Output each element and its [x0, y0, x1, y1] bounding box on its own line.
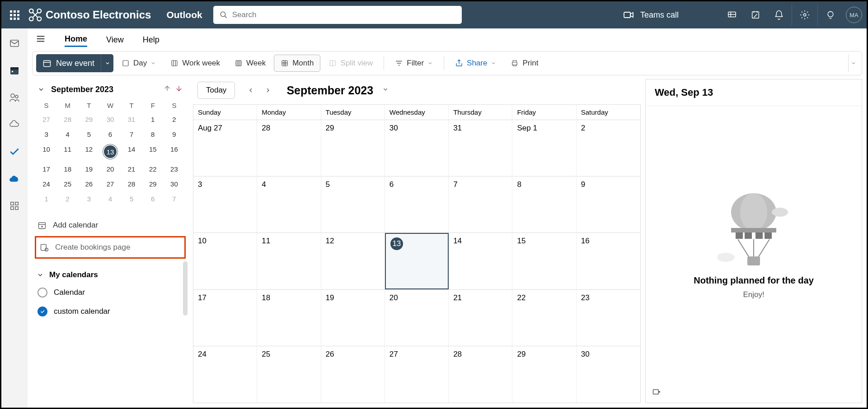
- settings-icon[interactable]: [794, 4, 816, 26]
- calendar-cell[interactable]: 24: [193, 346, 257, 403]
- mini-day-cell[interactable]: 5: [121, 191, 142, 206]
- view-work-week[interactable]: Work week: [164, 55, 226, 72]
- calendar-cell[interactable]: 20: [385, 290, 449, 346]
- mini-day-cell[interactable]: 29: [142, 177, 164, 191]
- mini-day-cell[interactable]: 18: [57, 162, 78, 177]
- avatar[interactable]: MA: [846, 7, 862, 23]
- view-week[interactable]: Week: [228, 55, 272, 72]
- split-view[interactable]: Split view: [322, 55, 379, 72]
- app-name[interactable]: Outlook: [166, 9, 202, 20]
- calendar-cell[interactable]: 28: [449, 346, 512, 403]
- mini-day-cell[interactable]: 4: [99, 191, 121, 206]
- mini-day-cell[interactable]: 27: [36, 112, 57, 127]
- today-button[interactable]: Today: [197, 82, 235, 99]
- calendar-cell[interactable]: 22: [512, 290, 576, 346]
- mini-day-cell[interactable]: 24: [36, 177, 57, 191]
- bell-icon[interactable]: [768, 4, 790, 26]
- notes-icon[interactable]: [745, 4, 766, 26]
- calendar-item[interactable]: Calendar: [35, 283, 186, 302]
- mini-day-cell[interactable]: 27: [99, 177, 121, 191]
- teams-chat-icon[interactable]: [721, 4, 743, 26]
- calendar-cell[interactable]: 30: [577, 346, 640, 403]
- teams-call-label[interactable]: Teams call: [640, 10, 679, 20]
- mini-day-cell[interactable]: 1: [142, 112, 164, 127]
- mini-day-cell[interactable]: 28: [57, 112, 78, 127]
- calendar-cell[interactable]: Sep 1: [512, 120, 576, 176]
- calendar-item[interactable]: custom calendar: [35, 302, 186, 321]
- add-calendar-link[interactable]: Add calendar: [35, 217, 186, 233]
- mini-day-cell[interactable]: 2: [57, 191, 78, 206]
- mini-day-cell[interactable]: 12: [78, 142, 99, 162]
- calendar-cell[interactable]: 19: [321, 290, 385, 346]
- files-module[interactable]: [9, 119, 20, 130]
- mini-cal-collapse[interactable]: [38, 86, 45, 93]
- mini-day-cell[interactable]: 26: [78, 177, 99, 191]
- tab-home[interactable]: Home: [65, 33, 87, 47]
- mini-day-cell[interactable]: 7: [164, 191, 185, 206]
- new-event-dropdown[interactable]: [101, 54, 113, 72]
- print-button[interactable]: Print: [504, 55, 544, 72]
- app-launcher[interactable]: [6, 6, 23, 23]
- calendar-checkbox[interactable]: [38, 307, 47, 316]
- calendar-checkbox[interactable]: [38, 288, 47, 297]
- calendar-cell[interactable]: 17: [193, 290, 257, 346]
- mini-day-cell[interactable]: 22: [142, 162, 164, 177]
- hamburger-menu[interactable]: [36, 34, 46, 46]
- mini-day-cell[interactable]: 6: [99, 127, 121, 142]
- prev-period[interactable]: [243, 83, 258, 98]
- mini-day-cell[interactable]: 28: [121, 177, 142, 191]
- tab-view[interactable]: View: [106, 33, 124, 46]
- mini-day-cell[interactable]: 7: [121, 127, 142, 142]
- mini-day-cell[interactable]: 8: [142, 127, 164, 142]
- new-event-button[interactable]: New event: [36, 54, 113, 72]
- calendar-cell[interactable]: 6: [385, 177, 449, 232]
- mini-prev-month[interactable]: [163, 84, 171, 94]
- calendar-cell[interactable]: 15: [512, 233, 576, 289]
- calendar-cell[interactable]: 2: [577, 120, 640, 176]
- mini-day-cell[interactable]: 16: [164, 142, 185, 162]
- calendar-cell[interactable]: 18: [257, 290, 321, 346]
- onedrive-module[interactable]: [9, 173, 20, 185]
- calendar-cell[interactable]: 7: [449, 177, 512, 232]
- mini-day-cell[interactable]: 25: [57, 177, 78, 191]
- calendar-cell[interactable]: 23: [577, 290, 640, 346]
- mini-day-cell[interactable]: 13: [99, 142, 121, 162]
- search-box[interactable]: [213, 6, 462, 24]
- video-icon[interactable]: [623, 9, 634, 20]
- todo-module[interactable]: [9, 146, 20, 158]
- mini-day-cell[interactable]: 3: [36, 127, 57, 142]
- org-logo[interactable]: Contoso Electronics: [28, 8, 151, 22]
- calendar-cell[interactable]: 25: [257, 346, 321, 403]
- calendar-cell[interactable]: 30: [385, 120, 449, 176]
- mini-day-cell[interactable]: 15: [142, 142, 164, 162]
- mini-day-cell[interactable]: 30: [99, 112, 121, 127]
- mail-module[interactable]: [9, 37, 20, 49]
- calendar-title-dropdown[interactable]: [382, 86, 389, 94]
- tips-icon[interactable]: [820, 4, 841, 26]
- tab-help[interactable]: Help: [143, 33, 160, 46]
- calendar-cell[interactable]: 9: [577, 177, 640, 232]
- calendar-cell[interactable]: 26: [321, 346, 385, 403]
- agenda-expand-icon[interactable]: [652, 390, 661, 398]
- mini-day-cell[interactable]: 30: [164, 177, 185, 191]
- mini-day-cell[interactable]: 19: [78, 162, 99, 177]
- calendar-cell[interactable]: 3: [193, 177, 257, 232]
- mini-day-cell[interactable]: 11: [57, 142, 78, 162]
- calendar-cell[interactable]: 13: [385, 233, 449, 289]
- filter-button[interactable]: Filter: [389, 55, 439, 72]
- calendar-cell[interactable]: 4: [257, 177, 321, 232]
- calendar-cell[interactable]: 28: [257, 120, 321, 176]
- mini-day-cell[interactable]: 17: [36, 162, 57, 177]
- mini-day-cell[interactable]: 2: [164, 112, 185, 127]
- mini-day-cell[interactable]: 9: [164, 127, 185, 142]
- calendar-module[interactable]: [9, 65, 20, 76]
- calendar-cell[interactable]: 21: [449, 290, 512, 346]
- mini-day-cell[interactable]: 3: [78, 191, 99, 206]
- search-input[interactable]: [232, 10, 455, 19]
- mini-day-cell[interactable]: 23: [164, 162, 185, 177]
- mini-next-month[interactable]: [175, 84, 183, 94]
- mini-day-cell[interactable]: 21: [121, 162, 142, 177]
- mini-day-cell[interactable]: 4: [57, 127, 78, 142]
- mini-day-cell[interactable]: 20: [99, 162, 121, 177]
- calendar-cell[interactable]: Aug 27: [193, 120, 257, 176]
